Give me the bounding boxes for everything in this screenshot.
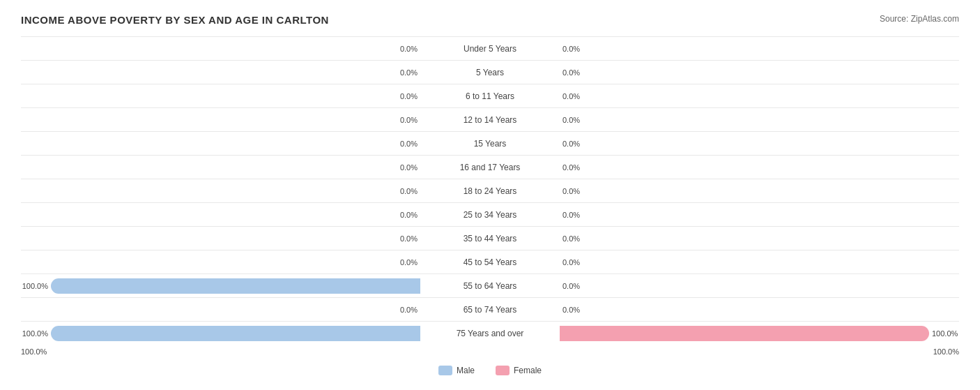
bottom-right-value: 100.0%	[933, 347, 959, 356]
table-row: 0.0%25 to 34 Years0.0%	[21, 202, 959, 226]
female-bar-section: 0.0%	[560, 132, 959, 155]
source-label: Source: ZipAtlas.com	[880, 14, 959, 24]
table-row: 0.0%12 to 14 Years0.0%	[21, 107, 959, 131]
female-label: Female	[514, 366, 542, 375]
male-zero-value: 0.0%	[400, 306, 418, 314]
chart-area: 0.0%Under 5 Years0.0%0.0%5 Years0.0%0.0%…	[21, 36, 959, 359]
male-zero-value: 0.0%	[400, 68, 418, 77]
female-bar-section: 0.0%	[560, 298, 959, 321]
male-bar-section: 0.0%	[21, 298, 420, 321]
age-group-label: 25 to 34 Years	[420, 210, 560, 220]
female-zero-value: 0.0%	[562, 211, 580, 219]
female-zero-value: 0.0%	[562, 68, 580, 77]
age-group-label: 5 Years	[420, 68, 560, 77]
male-zero-value: 0.0%	[400, 92, 418, 100]
bottom-left-value: 100.0%	[21, 347, 47, 356]
table-row: 100.0%75 Years and over100.0%	[21, 321, 959, 345]
female-bar-section: 0.0%	[560, 227, 959, 250]
female-zero-value: 0.0%	[562, 187, 580, 195]
female-bar-section: 0.0%	[560, 274, 959, 297]
female-zero-value: 0.0%	[562, 306, 580, 314]
male-zero-value: 0.0%	[400, 187, 418, 195]
legend-female: Female	[496, 366, 542, 375]
male-bar: 100.0%	[51, 278, 420, 294]
male-label: Male	[457, 366, 475, 375]
female-bar-section: 0.0%	[560, 179, 959, 202]
male-bar-section: 0.0%	[21, 61, 420, 84]
female-bar-section: 0.0%	[560, 84, 959, 107]
male-bar: 100.0%	[51, 326, 420, 341]
male-bar-section: 0.0%	[21, 250, 420, 273]
male-swatch	[438, 366, 452, 375]
female-bar-section: 0.0%	[560, 156, 959, 179]
female-bar-section: 0.0%	[560, 250, 959, 273]
table-row: 0.0%45 to 54 Years0.0%	[21, 250, 959, 273]
age-group-label: 18 to 24 Years	[420, 186, 560, 196]
age-group-label: 75 Years and over	[420, 329, 560, 338]
male-zero-value: 0.0%	[400, 211, 418, 219]
male-bar-section: 100.0%	[21, 274, 420, 297]
male-zero-value: 0.0%	[400, 258, 418, 267]
male-bar-section: 0.0%	[21, 227, 420, 250]
female-zero-value: 0.0%	[562, 258, 580, 267]
male-zero-value: 0.0%	[400, 116, 418, 124]
female-bar-section: 0.0%	[560, 203, 959, 226]
table-row: 0.0%18 to 24 Years0.0%	[21, 179, 959, 202]
age-group-label: 15 Years	[420, 139, 560, 149]
female-zero-value: 0.0%	[562, 163, 580, 172]
table-row: 0.0%15 Years0.0%	[21, 131, 959, 155]
male-value: 100.0%	[22, 329, 48, 338]
male-value: 100.0%	[22, 282, 48, 290]
age-group-label: 12 to 14 Years	[420, 115, 560, 125]
table-row: 100.0%55 to 64 Years0.0%	[21, 273, 959, 297]
female-zero-value: 0.0%	[562, 234, 580, 243]
age-group-label: 55 to 64 Years	[420, 281, 560, 291]
male-zero-value: 0.0%	[400, 163, 418, 172]
table-row: 0.0%16 and 17 Years0.0%	[21, 155, 959, 179]
female-bar-section: 0.0%	[560, 37, 959, 60]
male-bar-section: 0.0%	[21, 156, 420, 179]
male-bar-section: 0.0%	[21, 37, 420, 60]
female-swatch	[496, 366, 510, 375]
male-zero-value: 0.0%	[400, 140, 418, 148]
female-bar-section: 0.0%	[560, 61, 959, 84]
age-group-label: 35 to 44 Years	[420, 234, 560, 243]
male-bar-section: 0.0%	[21, 179, 420, 202]
age-group-label: 6 to 11 Years	[420, 91, 560, 101]
table-row: 0.0%35 to 44 Years0.0%	[21, 226, 959, 250]
female-zero-value: 0.0%	[562, 140, 580, 148]
female-value: 100.0%	[932, 329, 958, 338]
male-bar-section: 0.0%	[21, 84, 420, 107]
table-row: 0.0%5 Years0.0%	[21, 60, 959, 84]
legend-male: Male	[438, 366, 475, 375]
age-group-label: 16 and 17 Years	[420, 163, 560, 172]
female-bar: 100.0%	[560, 326, 929, 341]
female-zero-value: 0.0%	[562, 45, 580, 53]
male-bar-section: 0.0%	[21, 203, 420, 226]
female-zero-value: 0.0%	[562, 282, 580, 290]
male-zero-value: 0.0%	[400, 45, 418, 53]
male-zero-value: 0.0%	[400, 234, 418, 243]
age-group-label: 45 to 54 Years	[420, 257, 560, 267]
male-bar-section: 0.0%	[21, 132, 420, 155]
chart-title: INCOME ABOVE POVERTY BY SEX AND AGE IN C…	[21, 14, 329, 26]
male-bar-section: 100.0%	[21, 322, 420, 345]
female-bar-section: 0.0%	[560, 108, 959, 131]
bottom-values-row: 100.0%100.0%	[21, 345, 959, 359]
female-zero-value: 0.0%	[562, 92, 580, 100]
chart-container: INCOME ABOVE POVERTY BY SEX AND AGE IN C…	[21, 14, 959, 375]
female-zero-value: 0.0%	[562, 116, 580, 124]
legend: Male Female	[21, 366, 959, 375]
female-bar-section: 100.0%	[560, 322, 959, 345]
male-bar-section: 0.0%	[21, 108, 420, 131]
table-row: 0.0%6 to 11 Years0.0%	[21, 84, 959, 107]
age-group-label: 65 to 74 Years	[420, 305, 560, 315]
age-group-label: Under 5 Years	[420, 44, 560, 54]
table-row: 0.0%65 to 74 Years0.0%	[21, 297, 959, 321]
table-row: 0.0%Under 5 Years0.0%	[21, 36, 959, 60]
